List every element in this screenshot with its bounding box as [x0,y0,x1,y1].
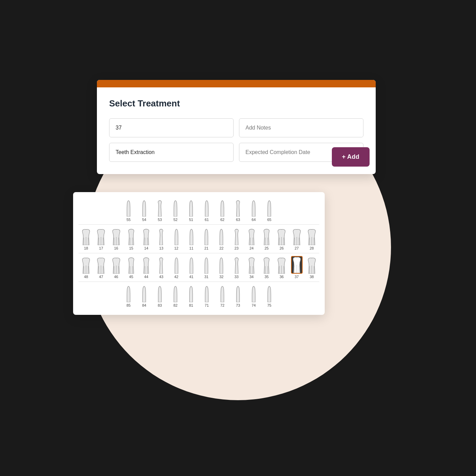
tooth-svg-15 [125,227,137,245]
tooth-item-31[interactable]: 31 [199,256,214,279]
tooth-item-83[interactable]: 83 [152,285,168,307]
tooth-item-47[interactable]: 47 [94,256,108,279]
tooth-item-36[interactable]: 36 [274,256,289,279]
tooth-item-82[interactable]: 82 [168,285,183,307]
tooth-item-46[interactable]: 46 [109,256,124,279]
tooth-item-15[interactable]: 15 [124,227,139,250]
tooth-svg-73 [232,285,244,302]
tooth-svg-16 [111,227,122,245]
tooth-svg-85 [123,285,134,302]
tooth-item-16[interactable]: 16 [109,227,124,250]
tooth-svg-37 [291,256,303,274]
treatment-card: Select Treatment + Add [97,80,376,174]
tooth-label-65: 65 [267,218,271,222]
tooth-item-26[interactable]: 26 [274,227,289,250]
tooth-item-45[interactable]: 45 [124,256,139,279]
tooth-item-73[interactable]: 73 [230,285,246,307]
tooth-item-43[interactable]: 43 [154,256,169,279]
tooth-item-22[interactable]: 22 [214,227,229,250]
tooth-svg-22 [216,227,227,245]
tooth-item-44[interactable]: 44 [139,256,154,279]
tooth-label-11: 11 [189,246,193,250]
tooth-item-13[interactable]: 13 [154,227,169,250]
tooth-item-65[interactable]: 65 [261,199,277,222]
tooth-label-34: 34 [250,275,254,279]
tooth-label-31: 31 [204,275,208,279]
card-title: Select Treatment [109,98,363,109]
tooth-item-11[interactable]: 11 [184,227,199,250]
tooth-svg-55 [123,199,134,217]
tooth-row-row1: 55 54 53 52 51 61 62 63 64 65 [79,199,319,222]
notes-input[interactable] [239,118,363,137]
tooth-svg-38 [306,256,318,274]
treatment-type-input[interactable] [109,143,234,162]
tooth-item-85[interactable]: 85 [121,285,136,307]
tooth-svg-81 [185,285,197,302]
tooth-item-52[interactable]: 52 [168,199,183,222]
tooth-svg-32 [216,256,227,274]
tooth-label-24: 24 [250,246,254,250]
tooth-svg-51 [185,199,197,217]
tooth-label-84: 84 [142,303,146,307]
tooth-item-25[interactable]: 25 [259,227,274,250]
tooth-label-27: 27 [295,246,299,250]
tooth-item-24[interactable]: 24 [244,227,259,250]
tooth-label-51: 51 [189,218,193,222]
divider-1 [79,253,319,253]
tooth-item-74[interactable]: 74 [246,285,261,307]
tooth-item-37[interactable]: 37 [289,256,304,279]
tooth-item-17[interactable]: 17 [94,227,108,250]
tooth-svg-54 [138,199,150,217]
tooth-item-81[interactable]: 81 [183,285,199,307]
tooth-svg-71 [201,285,213,302]
tooth-item-32[interactable]: 32 [214,256,229,279]
tooth-item-54[interactable]: 54 [136,199,152,222]
tooth-item-64[interactable]: 64 [246,199,261,222]
tooth-item-35[interactable]: 35 [259,256,274,279]
tooth-label-42: 42 [174,275,178,279]
tooth-label-52: 52 [173,218,177,222]
tooth-svg-24 [246,227,257,245]
tooth-label-54: 54 [142,218,146,222]
tooth-item-72[interactable]: 72 [215,285,230,307]
tooth-item-63[interactable]: 63 [230,199,246,222]
tooth-label-32: 32 [219,275,223,279]
tooth-item-48[interactable]: 48 [79,256,94,279]
tooth-label-21: 21 [204,246,208,250]
tooth-svg-75 [264,285,275,302]
tooth-item-51[interactable]: 51 [183,199,199,222]
tooth-number-input[interactable] [109,118,234,137]
tooth-item-21[interactable]: 21 [199,227,214,250]
tooth-svg-23 [231,227,242,245]
tooth-item-18[interactable]: 18 [79,227,94,250]
tooth-svg-52 [170,199,181,217]
tooth-item-12[interactable]: 12 [169,227,184,250]
tooth-item-38[interactable]: 38 [304,256,319,279]
tooth-label-38: 38 [310,275,314,279]
tooth-item-41[interactable]: 41 [184,256,199,279]
tooth-item-62[interactable]: 62 [215,199,230,222]
add-button[interactable]: + Add [332,147,370,167]
tooth-label-35: 35 [265,275,269,279]
tooth-item-55[interactable]: 55 [121,199,136,222]
tooth-label-13: 13 [159,246,163,250]
tooth-label-46: 46 [114,275,118,279]
tooth-item-84[interactable]: 84 [136,285,152,307]
tooth-item-61[interactable]: 61 [199,199,215,222]
tooth-item-42[interactable]: 42 [169,256,184,279]
tooth-item-75[interactable]: 75 [261,285,277,307]
tooth-item-14[interactable]: 14 [139,227,154,250]
tooth-svg-13 [155,227,167,245]
tooth-item-23[interactable]: 23 [229,227,244,250]
tooth-item-27[interactable]: 27 [289,227,304,250]
tooth-label-36: 36 [279,275,284,279]
tooth-item-71[interactable]: 71 [199,285,215,307]
tooth-label-64: 64 [252,218,256,222]
tooth-item-53[interactable]: 53 [152,199,168,222]
tooth-label-12: 12 [174,246,178,250]
tooth-label-62: 62 [220,218,224,222]
tooth-label-41: 41 [189,275,193,279]
tooth-item-28[interactable]: 28 [304,227,319,250]
tooth-item-33[interactable]: 33 [229,256,244,279]
tooth-item-34[interactable]: 34 [244,256,259,279]
